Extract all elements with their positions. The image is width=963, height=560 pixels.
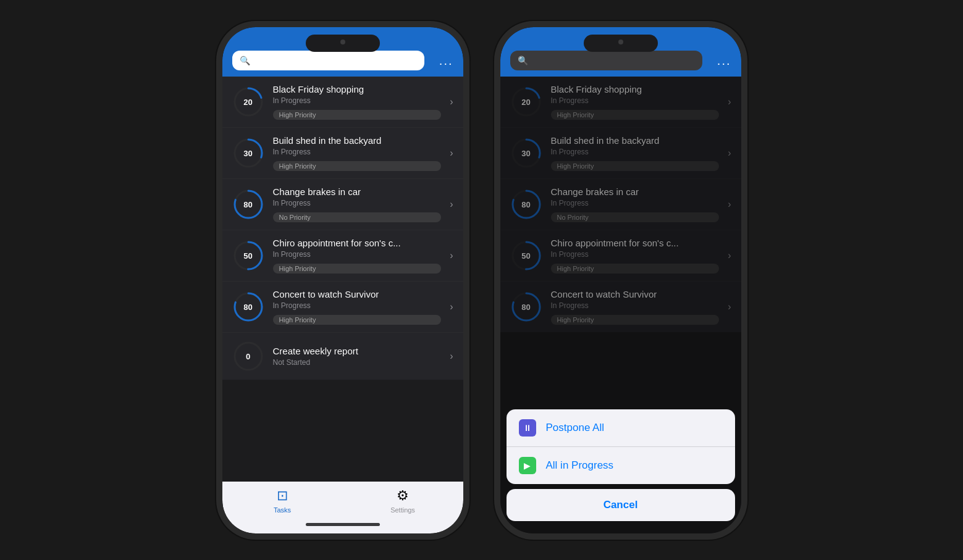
priority-badge: No Priority	[273, 212, 442, 222]
progress-label: 50	[243, 251, 252, 260]
task-title: Create weekly report	[273, 346, 442, 356]
task-item[interactable]: 30 Build shed in the backyard In Progres…	[222, 128, 463, 179]
priority-badge: High Priority	[273, 315, 442, 325]
tab-bar-1: ⊡ Tasks ⚙ Settings	[222, 482, 463, 533]
dots-menu-2[interactable]: ···	[717, 56, 731, 70]
task-item[interactable]: 50 Chiro appointment for son's c... In P…	[222, 230, 463, 282]
settings-icon-1: ⚙	[397, 488, 409, 504]
postpone-all-label: Postpone All	[546, 422, 605, 434]
task-title: Chiro appointment for son's c...	[273, 238, 442, 248]
task-item[interactable]: 80 Change brakes in car In Progress No P…	[222, 179, 463, 230]
task-status: In Progress	[273, 199, 442, 207]
progress-label: 30	[243, 148, 252, 157]
chevron-icon: ›	[450, 199, 453, 210]
task-status: Not Started	[273, 358, 442, 367]
postpone-all-item[interactable]: ⏸ Postpone All	[507, 409, 735, 447]
all-in-progress-item[interactable]: ▶ All in Progress	[507, 447, 735, 484]
task-status: In Progress	[273, 250, 442, 259]
action-sheet: ⏸ Postpone All ▶ All in Progress Cancel	[500, 409, 741, 533]
task-title: Black Friday shopping	[273, 84, 442, 94]
chevron-icon: ›	[450, 301, 453, 312]
progress-label: 80	[243, 199, 252, 209]
tab-settings-1[interactable]: ⚙ Settings	[343, 488, 463, 514]
chevron-icon: ›	[450, 148, 453, 159]
priority-badge: High Priority	[273, 161, 442, 171]
task-title: Build shed in the backyard	[273, 135, 442, 146]
task-info: Build shed in the backyard In Progress H…	[273, 135, 442, 171]
progress-circle: 20	[232, 86, 264, 118]
phone-2: 🔍 ··· 20 Black Friday shopping In Progre…	[500, 27, 741, 533]
progress-circle: 80	[232, 291, 264, 323]
progress-circle: 80	[232, 188, 264, 220]
task-title: Concert to watch Survivor	[273, 289, 442, 299]
task-title: Change brakes in car	[273, 186, 442, 197]
task-info: Create weekly report Not Started	[273, 346, 442, 367]
task-info: Change brakes in car In Progress No Prio…	[273, 186, 442, 222]
cancel-button[interactable]: Cancel	[507, 489, 735, 521]
search-bar-2[interactable]: 🔍	[510, 51, 702, 70]
status-dot-1	[340, 40, 345, 44]
progress-circle: 50	[232, 240, 264, 272]
search-bar-1[interactable]: 🔍	[232, 51, 424, 70]
chevron-icon: ›	[450, 96, 453, 107]
priority-badge: High Priority	[273, 110, 442, 120]
progress-label: 20	[243, 97, 252, 106]
all-in-progress-label: All in Progress	[546, 459, 614, 472]
tasks-icon-1: ⊡	[277, 488, 288, 504]
task-item[interactable]: 0 Create weekly report Not Started ›	[222, 333, 463, 380]
top-bar-2: 🔍 ···	[500, 27, 741, 77]
task-info: Concert to watch Survivor In Progress Hi…	[273, 289, 442, 325]
dots-menu-1[interactable]: ···	[439, 56, 453, 70]
tasks-label-1: Tasks	[274, 506, 291, 514]
task-status: In Progress	[273, 96, 442, 105]
chevron-icon: ›	[450, 351, 453, 362]
progress-circle: 0	[232, 340, 264, 372]
progress-label: 0	[246, 351, 250, 361]
status-dot-2	[618, 40, 623, 44]
progress-circle: 30	[232, 137, 264, 169]
search-icon-1: 🔍	[240, 56, 250, 65]
home-indicator-1	[306, 523, 380, 526]
action-sheet-group: ⏸ Postpone All ▶ All in Progress	[507, 409, 735, 484]
tab-tasks-1[interactable]: ⊡ Tasks	[222, 488, 343, 514]
phone-1: 🔍 ··· 20 Black Friday shopping In Progre…	[222, 27, 463, 533]
pause-icon: ⏸	[519, 419, 536, 437]
task-status: In Progress	[273, 301, 442, 310]
task-item[interactable]: 80 Concert to watch Survivor In Progress…	[222, 282, 463, 333]
task-status: In Progress	[273, 148, 442, 156]
top-bar-1: 🔍 ···	[222, 27, 463, 77]
priority-badge: High Priority	[273, 264, 442, 274]
play-icon: ▶	[519, 457, 536, 474]
task-item[interactable]: 20 Black Friday shopping In Progress Hig…	[222, 77, 463, 128]
progress-label: 80	[243, 302, 252, 311]
search-icon-2: 🔍	[518, 56, 528, 65]
task-list-1: 20 Black Friday shopping In Progress Hig…	[222, 77, 463, 482]
task-info: Chiro appointment for son's c... In Prog…	[273, 238, 442, 274]
chevron-icon: ›	[450, 250, 453, 261]
settings-label-1: Settings	[390, 506, 415, 514]
task-info: Black Friday shopping In Progress High P…	[273, 84, 442, 120]
